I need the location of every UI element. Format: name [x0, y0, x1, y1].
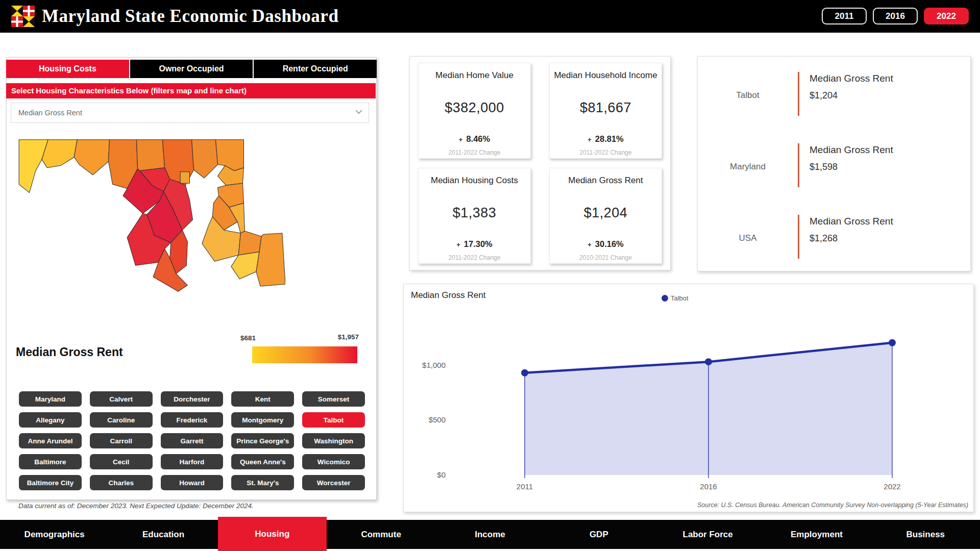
map-region-baltimore-city[interactable]: [180, 172, 189, 183]
year-button-2022[interactable]: 2022: [924, 8, 969, 24]
county-button-baltimore-city[interactable]: Baltimore City: [19, 475, 82, 490]
maryland-flag-icon: [11, 6, 35, 27]
comparison-region-label: Maryland: [698, 162, 798, 172]
svg-text:$0: $0: [437, 470, 446, 479]
tab-renter-occupied[interactable]: Renter Occupied: [254, 60, 377, 78]
county-button-harford[interactable]: Harford: [161, 454, 224, 469]
county-button-dorchester[interactable]: Dorchester: [161, 391, 224, 407]
county-button-caroline[interactable]: Caroline: [90, 412, 153, 428]
county-button-calvert[interactable]: Calvert: [90, 391, 153, 407]
tab-housing-costs[interactable]: Housing Costs: [6, 60, 130, 78]
county-button-charles[interactable]: Charles: [90, 475, 153, 490]
nav-item-income[interactable]: Income: [435, 520, 544, 549]
plus-icon: +: [456, 241, 460, 248]
svg-text:2011: 2011: [517, 482, 533, 491]
chevron-down-icon: [355, 109, 362, 114]
year-filter-group: 2011 2016 2022: [822, 8, 969, 24]
line-chart[interactable]: $0$500$1,000201120162022: [410, 307, 966, 491]
kpi-change: +28.81%: [587, 134, 624, 144]
kpi-title: Median Gross Rent: [568, 176, 643, 186]
data-point-2016: [705, 358, 712, 365]
year-button-2016[interactable]: 2016: [873, 8, 918, 24]
housing-tabs: Housing Costs Owner Occupied Renter Occu…: [6, 60, 377, 78]
legend-dot-icon: [662, 295, 668, 302]
data-point-2011: [521, 369, 528, 377]
kpi-card-median-gross-rent: Median Gross Rent $1,204 +30.16% 2010-20…: [549, 168, 662, 264]
comparison-metric-value: $1,268: [810, 233, 893, 244]
nav-item-labor-force[interactable]: Labor Force: [653, 520, 762, 549]
nav-item-gdp[interactable]: GDP: [545, 520, 653, 549]
plus-icon: +: [587, 136, 592, 143]
page-title: Maryland State Economic Dashboard: [42, 0, 338, 33]
comparison-metric-value: $1,598: [810, 162, 893, 172]
plus-icon: +: [459, 136, 463, 143]
county-button-garrett[interactable]: Garrett: [161, 433, 224, 448]
county-button-queen-anne-s[interactable]: Queen Anne's: [231, 454, 294, 469]
county-button-talbot[interactable]: Talbot: [302, 412, 365, 428]
map-region-allegany[interactable]: [42, 140, 77, 168]
nav-item-housing[interactable]: Housing: [218, 517, 327, 551]
median-gross-rent-chart-card: Median Gross Rent Talbot $0$500$1,000201…: [403, 284, 974, 512]
kpi-value: $382,000: [445, 100, 504, 116]
map-metric-title: Median Gross Rent: [16, 345, 123, 359]
kpi-change: +17.30%: [456, 239, 493, 249]
source-note: Source: U.S. Census Bureau. American Com…: [697, 502, 968, 509]
county-button-st-mary-s[interactable]: St. Mary's: [231, 475, 294, 490]
county-button-carroll[interactable]: Carroll: [90, 433, 153, 448]
county-button-maryland[interactable]: Maryland: [19, 391, 82, 407]
county-button-baltimore[interactable]: Baltimore: [19, 454, 82, 469]
comparison-row-maryland: Maryland Median Gross Rent $1,598: [698, 140, 970, 193]
data-point-2022: [889, 339, 896, 346]
filter-instruction-banner: Select Housing Characteristics Below (fi…: [6, 83, 376, 98]
comparison-region-label: Talbot: [698, 90, 798, 101]
kpi-period: 2011-2022 Change: [449, 254, 501, 261]
tab-owner-occupied[interactable]: Owner Occupied: [130, 60, 254, 78]
data-currency-footnote: Data current as of: December 2023. Next …: [18, 502, 254, 510]
county-button-worcester[interactable]: Worcester: [302, 475, 365, 490]
county-button-somerset[interactable]: Somerset: [302, 391, 365, 407]
nav-item-employment[interactable]: Employment: [762, 520, 871, 549]
map-region-harford[interactable]: [192, 140, 218, 178]
kpi-title: Median Home Value: [435, 70, 513, 81]
nav-item-business[interactable]: Business: [871, 520, 980, 549]
county-button-allegany[interactable]: Allegany: [19, 412, 82, 428]
legend-min-label: $681: [240, 334, 256, 342]
svg-text:$1,000: $1,000: [422, 361, 446, 369]
kpi-value: $1,204: [584, 205, 628, 221]
dropdown-selected-value: Median Gross Rent: [18, 109, 82, 117]
county-button-washington[interactable]: Washington: [302, 433, 365, 448]
county-button-howard[interactable]: Howard: [161, 475, 224, 490]
comparison-metric-label: Median Gross Rent: [810, 73, 893, 84]
county-button-cecil[interactable]: Cecil: [90, 454, 153, 469]
housing-characteristic-dropdown[interactable]: Median Gross Rent: [11, 103, 369, 123]
comparison-row-usa: USA Median Gross Rent $1,268: [698, 212, 970, 265]
map-region-washington[interactable]: [74, 140, 109, 175]
maryland-map-svg[interactable]: [15, 135, 285, 325]
county-button-montgomery[interactable]: Montgomery: [231, 412, 294, 428]
comparison-metric-value: $1,204: [810, 90, 893, 101]
nav-item-education[interactable]: Education: [109, 520, 217, 549]
bottom-navigation-bar: DemographicsEducationHousingCommuteIncom…: [0, 520, 980, 549]
county-button-prince-george-s[interactable]: Prince George's: [231, 433, 294, 448]
county-button-anne-arundel[interactable]: Anne Arundel: [19, 433, 82, 448]
map-region-carroll[interactable]: [137, 140, 165, 171]
nav-item-demographics[interactable]: Demographics: [0, 520, 109, 549]
map-region-cecil[interactable]: [215, 140, 243, 171]
map-region-wicomico[interactable]: [238, 231, 261, 255]
region-comparison-panel: Talbot Median Gross Rent $1,204 Maryland…: [697, 56, 971, 271]
kpi-value: $1,383: [453, 205, 497, 221]
nav-item-commute[interactable]: Commute: [327, 520, 435, 549]
county-button-kent[interactable]: Kent: [231, 391, 294, 407]
header-bar: Maryland State Economic Dashboard 2011 2…: [0, 0, 980, 33]
county-button-frederick[interactable]: Frederick: [161, 412, 224, 428]
map-region-garrett[interactable]: [19, 140, 48, 193]
kpi-card-median-housing-costs: Median Housing Costs $1,383 +17.30% 2011…: [418, 168, 531, 264]
kpi-change: +30.16%: [587, 239, 624, 249]
year-button-2011[interactable]: 2011: [822, 8, 867, 24]
map-region-worcester[interactable]: [256, 233, 285, 286]
comparison-metric-label: Median Gross Rent: [810, 216, 893, 227]
legend-series-label: Talbot: [671, 294, 689, 302]
county-button-wicomico[interactable]: Wicomico: [302, 454, 365, 469]
chart-legend: Talbot: [662, 294, 689, 302]
kpi-period: 2011-2022 Change: [580, 149, 632, 156]
